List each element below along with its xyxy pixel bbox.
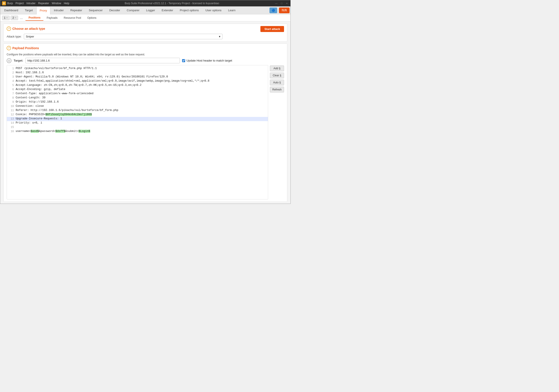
payload-section-title: Payload Positions (12, 46, 39, 50)
req-line-12: 12 Cookie: PHPSESSID=$0fi5oodjtq394kn64c… (7, 113, 268, 117)
tab-target[interactable]: Target (22, 6, 36, 14)
drag-button[interactable]: 拖拽 (279, 8, 289, 13)
menu-repeater[interactable]: Repeater (38, 2, 49, 5)
tab-user-options[interactable]: User options (202, 6, 225, 14)
tab-logger[interactable]: Logger (143, 6, 158, 14)
menu-project[interactable]: Project (15, 2, 24, 5)
window-controls: — □ × (275, 1, 289, 5)
tab-dashboard[interactable]: Dashboard (1, 6, 21, 14)
attack-type-select[interactable]: Sniper ▾ (24, 34, 223, 39)
window-title: Burp Suite Professional v2021.12.1 - Tem… (125, 2, 219, 5)
sub-tabs-area: 1 × 2 × ... Positions Payloads Resource … (0, 14, 290, 21)
attack-section-header: ? Choose an attack type (7, 27, 45, 31)
tab-num-2-close[interactable]: × (15, 17, 16, 19)
attack-type-chevron-icon: ▾ (219, 35, 221, 38)
tab-num-2[interactable]: 2 × (11, 16, 18, 20)
target-drag-icon[interactable]: ⊙ (7, 58, 11, 63)
req-line-7: 7 Content-Type: application/x-www-form-u… (7, 92, 268, 96)
tab-comparer[interactable]: Comparer (124, 6, 143, 14)
tab-num-1-close[interactable]: × (6, 17, 8, 19)
req-line-4: 4 Accept: text/html,application/xhtml+xm… (7, 79, 268, 83)
auto-section-button[interactable]: Auto § (270, 80, 284, 85)
request-lines: 1 POST /pikachu/vul/burteforce/bf_form.p… (7, 65, 268, 135)
tab-intruder[interactable]: Intruder (51, 6, 67, 14)
refresh-button[interactable]: Refresh (270, 87, 284, 92)
tab-proxy[interactable]: Proxy (37, 6, 50, 14)
close-button[interactable]: × (285, 1, 289, 5)
start-attack-button[interactable]: Start attack (261, 26, 284, 32)
tab-positions[interactable]: Positions (25, 15, 44, 21)
target-row: ⊙ Target: Update Host header to match ta… (7, 58, 284, 63)
attack-type-row: Attack type: Sniper ▾ (7, 34, 284, 39)
payload-section-icon: ? (7, 46, 11, 50)
tab-decoder[interactable]: Decoder (106, 6, 123, 14)
attack-section-icon: ? (7, 27, 11, 31)
title-bar-left: B Burp Project Intruder Repeater Window … (2, 1, 69, 5)
req-line-13: 13 Upgrade-Insecure-Requests: 1 (7, 117, 268, 121)
burp-logo: B (2, 1, 6, 5)
minimize-button[interactable]: — (275, 1, 278, 5)
tab-payloads[interactable]: Payloads (44, 15, 60, 21)
tab-project-options[interactable]: Project options (177, 6, 202, 14)
target-input[interactable] (25, 58, 180, 63)
content-area: ? Choose an attack type Start attack Att… (0, 21, 290, 204)
tab-learn[interactable]: Learn (225, 6, 239, 14)
attack-type-value: Sniper (26, 35, 34, 38)
tab-num-1-label: 1 (4, 16, 6, 19)
tab-more-dots[interactable]: ... (20, 16, 23, 20)
req-line-6: 6 Accept-Encoding: gzip, deflate (7, 88, 268, 92)
req-line-3: 3 User-Agent: Mozilla/5.0 (Windows NT 10… (7, 75, 268, 79)
req-line-1: 1 POST /pikachu/vul/burteforce/bf_form.p… (7, 67, 268, 71)
req-line-9: 9 Origin: http://192.168.1.6 (7, 100, 268, 104)
menu-help[interactable]: Help (64, 2, 69, 5)
title-bar-menus: Burp Project Intruder Repeater Window He… (7, 2, 69, 5)
main-nav-right: 🔵 拖拽 (270, 8, 289, 13)
req-line-10: 10 Connection: close (7, 104, 268, 109)
main-nav: Dashboard Target Proxy Intruder Repeater… (0, 6, 290, 14)
request-editor[interactable]: 1 POST /pikachu/vul/burteforce/bf_form.p… (7, 65, 268, 200)
tab-repeater[interactable]: Repeater (67, 6, 85, 14)
tab-sequencer[interactable]: Sequencer (86, 6, 106, 14)
update-host-label: Update Host header to match target (186, 59, 232, 62)
add-section-button[interactable]: Add § (270, 65, 284, 71)
update-host-row: Update Host header to match target (182, 59, 232, 62)
menu-burp[interactable]: Burp (7, 2, 13, 5)
req-line-11: 11 Referer: http://192.168.1.6/pikachu/v… (7, 109, 268, 113)
tab-options[interactable]: Options (84, 15, 100, 21)
tab-num-2-label: 2 (13, 16, 14, 19)
side-buttons: Add § Clear § Auto § Refresh (270, 65, 284, 200)
request-area: 1 POST /pikachu/vul/burteforce/bf_form.p… (7, 65, 284, 200)
payload-section-desc: Configure the positions where payloads w… (7, 53, 284, 56)
tab-extender[interactable]: Extender (159, 6, 176, 14)
maximize-button[interactable]: □ (280, 1, 283, 5)
tab-resource-pool[interactable]: Resource Pool (61, 15, 84, 21)
attack-card-header: ? Choose an attack type Start attack (7, 26, 284, 32)
req-line-15: 15 (7, 125, 268, 129)
title-bar: B Burp Project Intruder Repeater Window … (0, 0, 290, 6)
attack-section-title: Choose an attack type (12, 27, 45, 30)
req-line-8: 8 Content-Length: 39 (7, 96, 268, 100)
tab-num-1[interactable]: 1 × (2, 16, 10, 20)
menu-intruder[interactable]: Intruder (27, 2, 36, 5)
collab-button[interactable]: 🔵 (270, 8, 277, 13)
req-line-14: 14 Priority: u=0, i (7, 121, 268, 125)
attack-type-label: Attack type: (7, 35, 22, 38)
clear-section-button[interactable]: Clear § (270, 73, 284, 78)
payload-section-header: ? Payload Positions (7, 46, 284, 50)
update-host-checkbox[interactable] (182, 59, 185, 62)
req-line-16: 16 username=$asd$&password=$dsff$&submit… (7, 129, 268, 134)
menu-window[interactable]: Window (52, 2, 61, 5)
payload-positions-card: ? Payload Positions Configure the positi… (3, 44, 287, 202)
attack-type-card: ? Choose an attack type Start attack Att… (3, 24, 287, 42)
req-line-5: 5 Accept-Language: zh-CN,zh;q=0.8,zh-TW;… (7, 83, 268, 88)
target-label: Target: (14, 59, 23, 62)
req-line-2: 2 Host: 192.168.1.6 (7, 71, 268, 75)
